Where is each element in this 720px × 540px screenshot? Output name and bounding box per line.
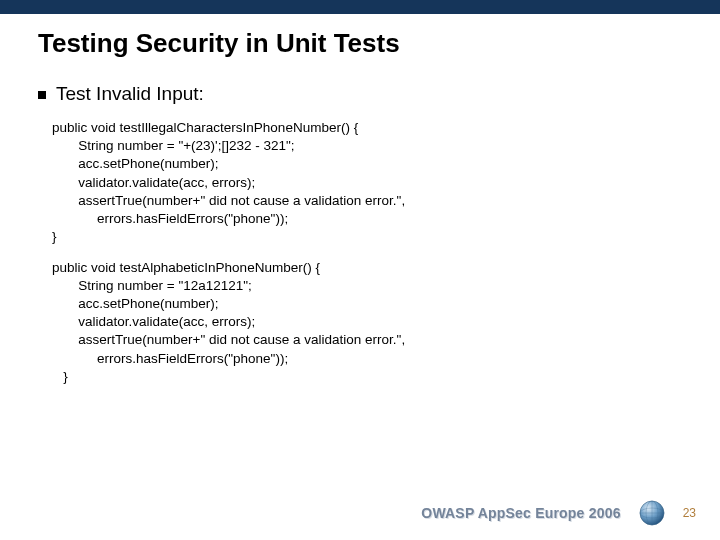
bullet-square-icon [38,91,46,99]
footer: OWASP AppSec Europe 2006 23 [421,500,696,526]
code-block-2: public void testAlphabeticInPhoneNumber(… [38,259,720,387]
code-block-1: public void testIllegalCharactersInPhone… [38,119,720,247]
page-number: 23 [683,506,696,520]
footer-text: OWASP AppSec Europe 2006 [421,505,620,521]
slide-title: Testing Security in Unit Tests [0,14,720,59]
top-bar [0,0,720,14]
content-area: Test Invalid Input: public void testIlle… [0,59,720,386]
globe-icon [639,500,665,526]
bullet-text: Test Invalid Input: [56,83,204,105]
bullet-item: Test Invalid Input: [38,83,720,105]
slide: Testing Security in Unit Tests Test Inva… [0,0,720,540]
